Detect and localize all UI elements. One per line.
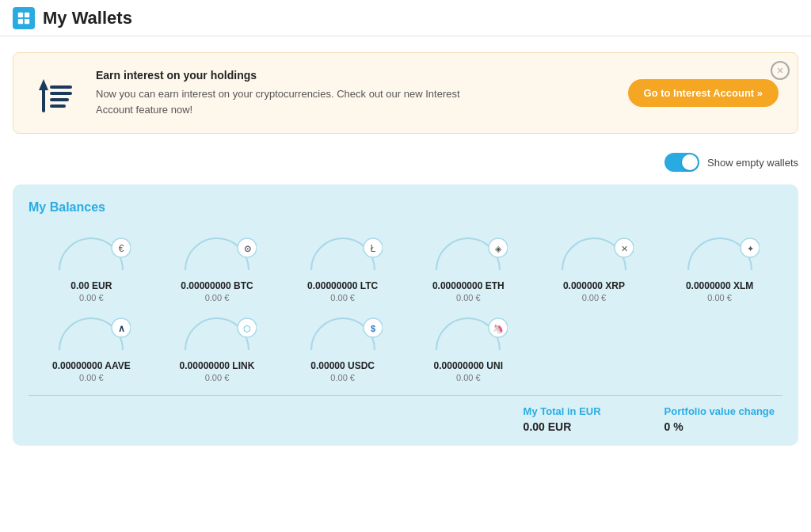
wallet-eur-xrp: 0.00 € xyxy=(582,293,607,302)
gauge-ltc: Ł xyxy=(303,230,383,274)
wallet-eur-aave: 0.00 € xyxy=(79,373,104,382)
balances-title: My Balances xyxy=(29,200,782,215)
gauge-eth: ◈ xyxy=(428,230,508,274)
gauge-aave: ∧ xyxy=(51,310,131,354)
banner-title: Earn interest on your holdings xyxy=(96,69,612,82)
svg-text:◈: ◈ xyxy=(495,244,502,253)
gauge-eur: € xyxy=(51,230,131,274)
wallet-item-eth[interactable]: ◈ 0.00000000 ETH 0.00 € xyxy=(406,230,531,302)
svg-text:⬡: ⬡ xyxy=(243,324,251,333)
banner-close-button[interactable]: × xyxy=(771,61,790,80)
svg-rect-2 xyxy=(18,18,23,23)
wallet-grid-row2: ∧ 0.00000000 AAVE 0.00 € ⬡ 0.00000000 LI… xyxy=(29,310,782,382)
show-empty-wallets-toggle[interactable] xyxy=(664,153,699,172)
svg-text:⊙: ⊙ xyxy=(243,244,250,253)
wallet-eur-xlm: 0.00 € xyxy=(707,293,732,302)
wallet-amount-ltc: 0.00000000 LTC xyxy=(307,280,378,291)
toggle-label: Show empty wallets xyxy=(707,157,798,169)
wallet-amount-btc: 0.00000000 BTC xyxy=(181,280,253,291)
wallet-eur-eur: 0.00 € xyxy=(79,293,104,302)
wallet-item-btc[interactable]: ⊙ 0.00000000 BTC 0.00 € xyxy=(154,230,280,302)
svg-text:✕: ✕ xyxy=(620,244,627,253)
svg-rect-3 xyxy=(25,18,29,23)
app-icon xyxy=(13,7,35,29)
wallet-amount-aave: 0.00000000 AAVE xyxy=(52,360,131,371)
wallet-amount-xrp: 0.000000 XRP xyxy=(563,280,625,291)
portfolio-change-label: Portfolio value change xyxy=(664,405,775,417)
gauge-link: ⬡ xyxy=(177,310,257,354)
wallet-item-xrp[interactable]: ✕ 0.000000 XRP 0.00 € xyxy=(531,230,657,302)
svg-text:Ł: Ł xyxy=(370,243,375,254)
total-eur-item: My Total in EUR 0.00 EUR xyxy=(524,405,601,433)
wallet-amount-uni: 0.00000000 UNI xyxy=(434,360,503,371)
total-eur-value: 0.00 EUR xyxy=(524,420,601,433)
wallet-amount-eth: 0.00000000 ETH xyxy=(432,280,504,291)
wallet-eur-btc: 0.00 € xyxy=(205,293,230,302)
svg-text:$: $ xyxy=(371,324,375,333)
svg-text:∧: ∧ xyxy=(118,323,125,334)
page-title: My Wallets xyxy=(43,8,132,28)
svg-text:🦄: 🦄 xyxy=(493,323,504,334)
svg-text:€: € xyxy=(119,243,124,254)
total-eur-label: My Total in EUR xyxy=(524,405,601,417)
gauge-usdc: $ xyxy=(303,310,383,354)
banner-icon xyxy=(32,70,80,117)
wallet-item-usdc[interactable]: $ 0.00000 USDC 0.00 € xyxy=(280,310,406,382)
main-content: Earn interest on your holdings Now you c… xyxy=(0,36,811,462)
wallet-eur-link: 0.00 € xyxy=(205,373,230,382)
interest-banner: Earn interest on your holdings Now you c… xyxy=(13,52,798,134)
banner-description: Now you can earn interest on your crypto… xyxy=(96,86,476,117)
banner-content: Earn interest on your holdings Now you c… xyxy=(96,69,612,117)
wallet-eur-eth: 0.00 € xyxy=(456,293,481,302)
wallet-item-aave[interactable]: ∧ 0.00000000 AAVE 0.00 € xyxy=(29,310,154,382)
svg-marker-6 xyxy=(39,79,48,90)
gauge-btc: ⊙ xyxy=(177,230,257,274)
wallet-amount-eur: 0.00 EUR xyxy=(70,280,112,291)
wallet-item-ltc[interactable]: Ł 0.00000000 LTC 0.00 € xyxy=(280,230,406,302)
gauge-xlm: ✦ xyxy=(680,230,760,274)
toggle-row: Show empty wallets xyxy=(13,153,798,172)
portfolio-change-value: 0 % xyxy=(664,420,775,433)
wallet-item-link[interactable]: ⬡ 0.00000000 LINK 0.00 € xyxy=(154,310,280,382)
divider xyxy=(29,395,782,396)
svg-rect-0 xyxy=(18,12,23,17)
wallet-amount-xlm: 0.0000000 XLM xyxy=(686,280,753,291)
wallet-eur-uni: 0.00 € xyxy=(456,373,481,382)
balances-section: My Balances € 0.00 EUR 0.00 € xyxy=(13,184,798,446)
wallet-grid-row1: € 0.00 EUR 0.00 € ⊙ 0.00000000 BTC 0.00 … xyxy=(29,230,782,302)
wallet-eur-usdc: 0.00 € xyxy=(330,373,355,382)
footer-totals: My Total in EUR 0.00 EUR Portfolio value… xyxy=(29,405,782,433)
header: My Wallets xyxy=(0,0,811,36)
interest-account-button[interactable]: Go to Interest Account » xyxy=(628,79,779,107)
wallet-amount-link: 0.00000000 LINK xyxy=(180,360,255,371)
svg-rect-1 xyxy=(25,12,29,17)
wallet-item-uni[interactable]: 🦄 0.00000000 UNI 0.00 € xyxy=(406,310,531,382)
gauge-uni: 🦄 xyxy=(428,310,508,354)
wallet-item-xlm[interactable]: ✦ 0.0000000 XLM 0.00 € xyxy=(657,230,782,302)
wallet-item-eur[interactable]: € 0.00 EUR 0.00 € xyxy=(29,230,154,302)
gauge-xrp: ✕ xyxy=(554,230,634,274)
wallet-eur-ltc: 0.00 € xyxy=(330,293,355,302)
toggle-knob xyxy=(682,154,698,170)
portfolio-change-item: Portfolio value change 0 % xyxy=(664,405,775,433)
svg-text:✦: ✦ xyxy=(746,244,753,253)
wallet-amount-usdc: 0.00000 USDC xyxy=(310,360,375,371)
